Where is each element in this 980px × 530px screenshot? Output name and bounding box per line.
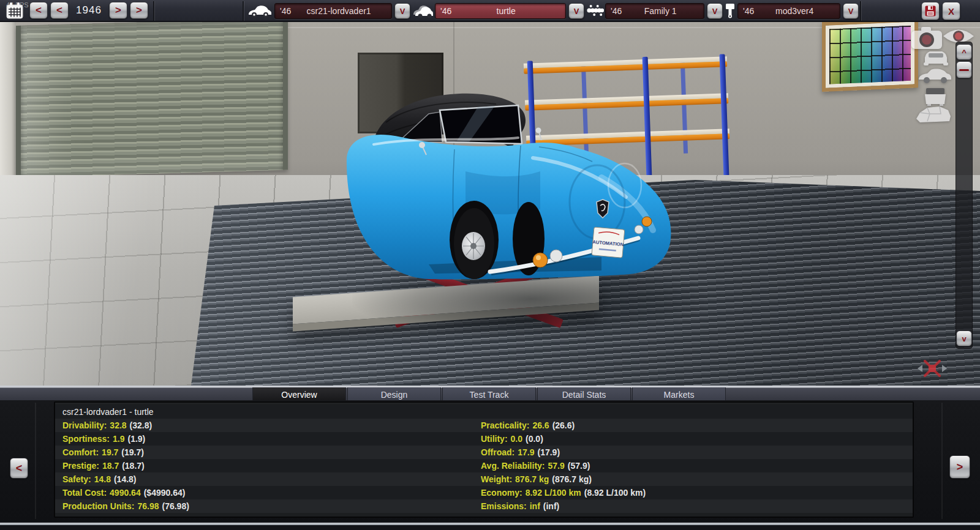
model-select-field[interactable]: '46 csr21-lordvader1 xyxy=(274,3,392,19)
paint-swatch-board xyxy=(822,22,918,92)
panel-ridge xyxy=(35,403,36,519)
stat-value: 1.9 xyxy=(113,434,124,444)
panel-ridge xyxy=(941,403,943,519)
year-back-button[interactable]: < xyxy=(50,2,69,19)
prev-vehicle-button[interactable]: < xyxy=(10,458,28,479)
save-floppy-icon xyxy=(924,5,937,17)
next-vehicle-button[interactable]: > xyxy=(949,455,970,479)
stat-label: Drivability: xyxy=(62,420,107,430)
stat-paren: (8.92 L/100 km) xyxy=(584,488,646,498)
top-toolbar: 44 FPS < < 1946 > > xyxy=(0,0,980,22)
toolbar-separator xyxy=(243,1,244,21)
engine-variant-select-field[interactable]: '46 mod3ver4 xyxy=(737,3,840,19)
bottom-edge-strip xyxy=(0,521,980,530)
trim-name: turtle xyxy=(451,6,560,16)
thumb-grip xyxy=(959,69,969,71)
save-button[interactable] xyxy=(921,2,940,20)
scrollbar-thumb[interactable] xyxy=(956,61,972,78)
stat-value: 4990.64 xyxy=(110,488,141,498)
toolbar-separator xyxy=(860,1,861,21)
model-dropdown-button[interactable]: V xyxy=(394,3,410,19)
stat-paren: (18.7) xyxy=(122,461,145,471)
stat-label: Sportiness: xyxy=(62,434,110,444)
stats-readout: csr21-lordvader1 - turtle Drivability:32… xyxy=(54,401,914,518)
stats-row: Production Units:76.98(76.98) Emissions:… xyxy=(55,499,913,513)
stat-label: Safety: xyxy=(62,474,91,484)
viewport-scrollbar-track[interactable] xyxy=(956,42,973,349)
stat-value: 18.7 xyxy=(102,461,119,471)
scrollbar-down-button[interactable]: v xyxy=(956,330,972,346)
rack-post xyxy=(719,54,729,179)
stats-row: Drivability:32.8(32.8) Practicality:26.6… xyxy=(55,419,913,432)
stat-paren: (57.9) xyxy=(568,461,590,471)
stat-label: Total Cost: xyxy=(62,488,107,498)
model-year-tag: '46 xyxy=(280,6,291,16)
stat-label: Comfort: xyxy=(62,447,99,457)
stat-label: Economy: xyxy=(481,488,522,498)
car-front-view-icon[interactable] xyxy=(922,48,949,66)
year-forward-button[interactable]: > xyxy=(109,2,127,19)
car-3d-model: AUTOMATION xyxy=(337,86,692,288)
stat-value: 26.6 xyxy=(532,420,549,430)
scrollbar-up-button[interactable]: ^ xyxy=(956,44,972,60)
stat-value: 19.7 xyxy=(102,447,118,457)
stat-value: 17.9 xyxy=(518,447,534,457)
engine-family-icon xyxy=(587,4,604,17)
stat-paren: ($4990.64) xyxy=(144,488,186,498)
variant-year-tag: '46 xyxy=(743,6,754,16)
trim-icon xyxy=(413,4,434,19)
stat-value: 14.8 xyxy=(94,474,111,484)
trim-select-field[interactable]: '46 turtle xyxy=(435,3,566,19)
stat-value: 8.92 L/100 km xyxy=(526,488,581,498)
family-dropdown-button[interactable]: V xyxy=(707,3,723,19)
trim-dropdown-button[interactable]: V xyxy=(568,3,584,19)
car-side-view-icon[interactable] xyxy=(918,67,952,84)
stat-paren: (1.9) xyxy=(127,434,145,444)
variant-name: mod3ver4 xyxy=(754,6,835,16)
engine-variant-piston-icon xyxy=(725,3,735,19)
stats-row: Sportiness:1.9(1.9) Utility:0.0(0.0) xyxy=(55,432,913,446)
stat-label: Production Units: xyxy=(62,501,134,511)
stat-value: 76.98 xyxy=(137,501,159,511)
stat-paren: (876.7 kg) xyxy=(552,474,592,484)
garage-3d-viewport[interactable]: AUTOMATION xyxy=(0,22,980,386)
trim-year-tag: '46 xyxy=(440,6,451,16)
stats-row: Comfort:19.7(19.7) Offroad:17.9(17.9) xyxy=(55,446,913,459)
stat-paren: (0.0) xyxy=(526,434,543,444)
car-model-icon xyxy=(247,4,272,18)
stats-row: Total Cost:4990.64($4990.64) Economy:8.9… xyxy=(55,486,913,499)
bottom-edge-highlight xyxy=(0,523,980,525)
variant-dropdown-button[interactable]: V xyxy=(843,3,859,19)
stat-label: Practicality: xyxy=(481,420,529,430)
calendar-button[interactable] xyxy=(5,1,24,20)
stat-value: inf xyxy=(530,501,540,511)
license-plate: AUTOMATION xyxy=(592,227,625,258)
calendar-icon xyxy=(5,1,24,20)
close-button[interactable]: X xyxy=(942,2,960,20)
stat-paren: (76.98) xyxy=(162,501,189,511)
wall-pillar xyxy=(0,22,16,180)
stat-value: 57.9 xyxy=(548,461,565,471)
photo-mode-camera-icon[interactable] xyxy=(909,26,944,50)
bottom-tab-bar: Overview Design Test Track Detail Stats … xyxy=(0,386,980,400)
paint-swatch-grid xyxy=(829,26,911,84)
camera-gizmo-icon[interactable] xyxy=(914,355,951,382)
stat-value: 876.7 kg xyxy=(515,474,549,484)
stat-label: Avg. Reliability: xyxy=(481,461,545,471)
stat-label: Prestige: xyxy=(62,461,99,471)
stats-title-row: csr21-lordvader1 - turtle xyxy=(55,405,913,419)
floor-light xyxy=(0,175,221,386)
year-forward-fast-button[interactable]: > xyxy=(130,2,148,19)
stat-paren: (32.8) xyxy=(130,420,153,430)
roller-shutter-door xyxy=(16,22,288,177)
engine-family-select-field[interactable]: '46 Family 1 xyxy=(605,3,704,19)
stat-paren: (inf) xyxy=(543,501,559,511)
stat-label: Offroad: xyxy=(481,447,514,457)
stat-paren: (19.7) xyxy=(121,447,144,457)
year-back-fast-button[interactable]: < xyxy=(29,2,48,19)
toolbar-separator xyxy=(153,1,154,21)
stat-value: 32.8 xyxy=(110,420,126,430)
model-name: csr21-lordvader1 xyxy=(291,6,386,16)
car-lowpoly-view-icon[interactable] xyxy=(914,103,953,125)
stat-paren: (17.9) xyxy=(537,447,560,457)
